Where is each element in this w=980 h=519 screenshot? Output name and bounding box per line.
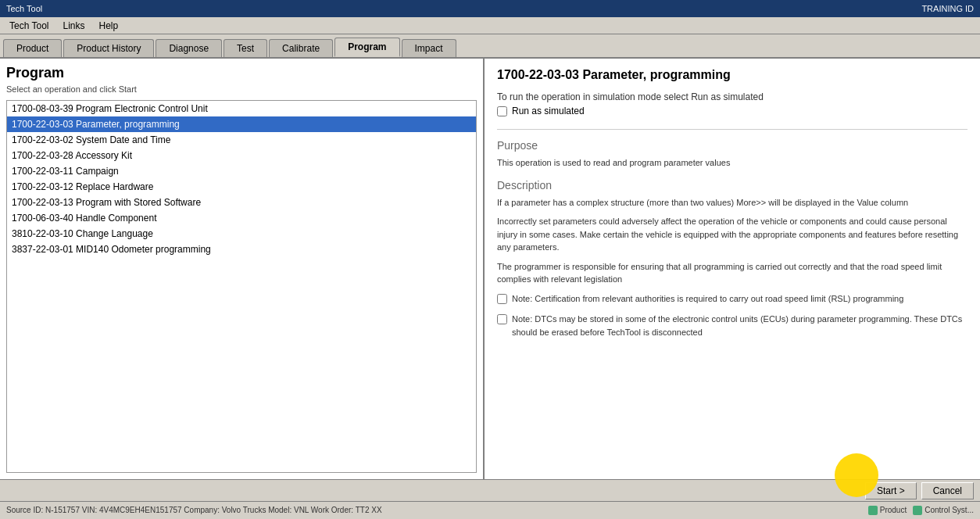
left-panel-title: Program: [6, 65, 477, 81]
tab-product-history[interactable]: Product History: [63, 39, 154, 57]
note1-text: Note: Certification from relevant author…: [512, 292, 903, 306]
list-item[interactable]: 3837-22-03-01 MID140 Odometer programmin…: [7, 242, 476, 257]
title-bar-left: Tech Tool: [6, 4, 42, 13]
desc-text2: Incorrectly set parameters could adverse…: [497, 215, 967, 254]
tab-product[interactable]: Product: [3, 39, 62, 57]
status-label-product: Product: [880, 506, 907, 514]
bottom-action-bar: Start > Cancel: [0, 479, 980, 501]
left-panel: Program Select an operation and click St…: [0, 59, 485, 479]
purpose-heading: Purpose: [497, 139, 967, 152]
status-dot-control: [913, 506, 922, 515]
list-item[interactable]: 1700-08-03-39 Program Electronic Control…: [7, 101, 476, 116]
note1-row: Note: Certification from relevant author…: [497, 292, 967, 306]
status-dot-product: [868, 506, 878, 515]
cancel-button[interactable]: Cancel: [921, 482, 974, 499]
menu-links[interactable]: Links: [56, 19, 91, 33]
training-id-label: TRAINING ID: [921, 4, 974, 13]
tab-impact[interactable]: Impact: [402, 39, 456, 57]
tab-program[interactable]: Program: [334, 38, 399, 57]
right-panel: 1700-22-03-03 Parameter, programming To …: [485, 59, 980, 479]
list-item-selected[interactable]: 1700-22-03-03 Parameter, programming: [7, 116, 476, 132]
desc-text3: The programmer is responsible for ensuri…: [497, 260, 967, 286]
purpose-text: This operation is used to read and progr…: [497, 156, 967, 170]
list-item[interactable]: 1700-22-03-02 System Date and Time: [7, 132, 476, 148]
status-bar-text: Source ID: N-151757 VIN: 4V4MC9EH4EN1517…: [6, 506, 862, 514]
status-bar-right: Product Control Syst...: [868, 506, 974, 515]
status-bar: Source ID: N-151757 VIN: 4V4MC9EH4EN1517…: [0, 501, 980, 518]
status-label-control: Control Syst...: [925, 506, 974, 514]
note1-checkbox[interactable]: [497, 294, 507, 304]
run-as-simulated-checkbox[interactable]: [497, 106, 507, 116]
title-bar: Tech Tool TRAINING ID: [0, 0, 980, 17]
list-item[interactable]: 1700-22-03-28 Accessory Kit: [7, 148, 476, 163]
tab-test[interactable]: Test: [224, 39, 267, 57]
cursor-indicator: [835, 453, 878, 497]
list-item[interactable]: 1700-22-03-12 Replace Hardware: [7, 179, 476, 195]
list-item[interactable]: 3810-22-03-10 Change Language: [7, 226, 476, 242]
menu-help[interactable]: Help: [93, 19, 125, 33]
divider1: [497, 129, 967, 130]
tab-calibrate[interactable]: Calibrate: [269, 39, 333, 57]
menu-bar: Tech Tool Links Help: [0, 17, 980, 34]
app-name: Tech Tool: [6, 4, 42, 13]
description-heading: Description: [497, 179, 967, 191]
desc-text1: If a parameter has a complex structure (…: [497, 196, 967, 209]
title-bar-right: TRAINING ID: [921, 4, 974, 13]
operation-list[interactable]: 1700-08-03-39 Program Electronic Control…: [6, 100, 477, 473]
tab-diagnose[interactable]: Diagnose: [156, 39, 222, 57]
note2-text: Note: DTCs may be stored in some of the …: [512, 313, 967, 338]
left-panel-subtitle: Select an operation and click Start: [6, 84, 477, 94]
sim-checkbox-row: Run as simulated: [497, 106, 967, 116]
right-panel-title: 1700-22-03-03 Parameter, programming: [497, 68, 967, 82]
status-indicator-control: Control Syst...: [913, 506, 974, 515]
list-item[interactable]: 1700-22-03-13 Program with Stored Softwa…: [7, 195, 476, 210]
note2-checkbox[interactable]: [497, 314, 507, 324]
main-content: Program Select an operation and click St…: [0, 59, 980, 479]
list-item[interactable]: 1700-22-03-11 Campaign: [7, 163, 476, 179]
run-as-simulated-label: Run as simulated: [512, 106, 585, 116]
note2-row: Note: DTCs may be stored in some of the …: [497, 313, 967, 338]
tab-bar: Product Product History Diagnose Test Ca…: [0, 34, 980, 59]
sim-mode-section: To run the operation in simulation mode …: [497, 91, 967, 116]
sim-mode-text: To run the operation in simulation mode …: [497, 91, 967, 102]
status-indicator-product: Product: [868, 506, 907, 515]
list-item[interactable]: 1700-06-03-40 Handle Component: [7, 210, 476, 226]
menu-techtool[interactable]: Tech Tool: [3, 19, 55, 33]
